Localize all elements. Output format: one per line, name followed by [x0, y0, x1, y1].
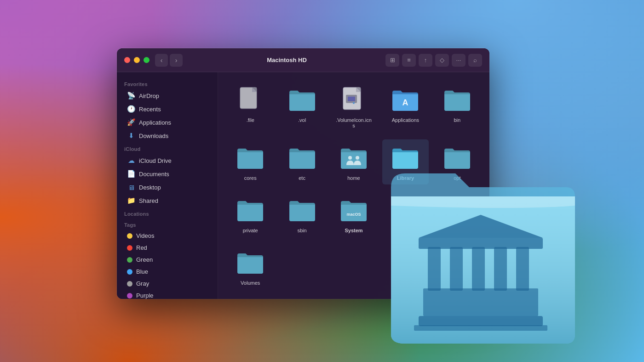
- sidebar-item-icloud-drive[interactable]: ☁ iCloud Drive: [120, 154, 215, 167]
- svg-rect-7: [348, 97, 355, 101]
- tag-button[interactable]: ◇: [435, 54, 449, 67]
- svg-rect-14: [423, 288, 538, 316]
- file-item-bin[interactable]: bin: [434, 81, 480, 132]
- file-item-etc[interactable]: etc: [279, 139, 325, 184]
- etc-icon: [288, 143, 317, 172]
- applications-folder-icon: A: [391, 85, 420, 115]
- minimize-button[interactable]: [134, 57, 140, 63]
- maximize-button[interactable]: [144, 57, 150, 63]
- purple-tag-dot: [127, 293, 132, 299]
- svg-point-10: [348, 156, 352, 160]
- sidebar-item-applications[interactable]: 🚀 Applications: [120, 116, 215, 129]
- volumes-icon: [236, 248, 265, 277]
- system-icon: macOS: [339, 195, 368, 225]
- dotfile-icon: [236, 85, 265, 115]
- recents-label: Recents: [139, 106, 161, 113]
- sidebar-item-downloads[interactable]: ⬇ Downloads: [120, 129, 215, 142]
- svg-text:macOS: macOS: [346, 212, 361, 217]
- favorites-label: Favorites: [117, 78, 218, 89]
- titlebar: ‹ › Macintosh HD ⊞ ≡ ↑ ◇ ··· ⌕: [117, 48, 489, 72]
- more-button[interactable]: ···: [452, 54, 466, 67]
- cores-label: cores: [244, 175, 257, 181]
- airdrop-icon: 📡: [127, 92, 135, 100]
- sidebar-item-documents[interactable]: 📄 Documents: [120, 167, 215, 180]
- svg-text:A: A: [402, 98, 408, 107]
- etc-label: etc: [299, 175, 305, 181]
- file-item-cores[interactable]: cores: [227, 139, 273, 184]
- sidebar-item-red[interactable]: Red: [120, 242, 215, 253]
- svg-rect-22: [414, 325, 547, 331]
- bin-label: bin: [454, 117, 460, 123]
- vol-icon: [288, 85, 317, 115]
- icloud-drive-label: iCloud Drive: [139, 157, 172, 164]
- file-item-dotfile[interactable]: .file: [227, 81, 273, 132]
- sidebar-item-green[interactable]: Green: [120, 254, 215, 265]
- purple-label: Purple: [136, 292, 154, 299]
- sidebar: Favorites 📡 AirDrop 🕐 Recents 🚀 Applicat…: [117, 72, 218, 299]
- svg-rect-13: [419, 316, 543, 326]
- svg-rect-17: [472, 247, 485, 291]
- file-item-private[interactable]: private: [227, 192, 273, 237]
- bin-icon: [443, 85, 472, 115]
- sidebar-item-shared[interactable]: 📁 Shared: [120, 194, 215, 207]
- file-item-volumeicon[interactable]: .VolumeIcon.icns: [331, 81, 377, 132]
- sbin-icon: [288, 195, 317, 225]
- svg-rect-15: [428, 247, 441, 291]
- videos-label: Videos: [136, 232, 155, 239]
- volumeicon-icon: [339, 85, 368, 115]
- sbin-label: sbin: [298, 228, 307, 233]
- svg-rect-18: [494, 247, 507, 291]
- locations-label: Locations: [117, 207, 218, 218]
- nav-buttons: ‹ ›: [155, 54, 183, 67]
- sidebar-item-airdrop[interactable]: 📡 AirDrop: [120, 89, 215, 102]
- share-button[interactable]: ↑: [419, 54, 432, 67]
- svg-rect-19: [516, 247, 529, 291]
- view-toggle-button[interactable]: ⊞: [385, 54, 399, 67]
- sidebar-item-purple[interactable]: Purple: [120, 290, 215, 299]
- sort-button[interactable]: ≡: [402, 54, 416, 67]
- recents-icon: 🕐: [127, 105, 135, 113]
- large-library-folder: [382, 150, 580, 348]
- sidebar-item-recents[interactable]: 🕐 Recents: [120, 103, 215, 115]
- blue-label: Blue: [136, 268, 148, 275]
- applications-folder-label: Applications: [392, 117, 419, 123]
- documents-icon: 📄: [127, 170, 135, 178]
- file-item-volumes[interactable]: Volumes: [227, 244, 273, 289]
- search-button[interactable]: ⌕: [468, 54, 482, 67]
- private-icon: [236, 195, 265, 225]
- forward-button[interactable]: ›: [170, 54, 183, 67]
- back-button[interactable]: ‹: [155, 54, 168, 67]
- traffic-lights: [124, 57, 150, 63]
- file-item-system[interactable]: macOS System: [331, 192, 377, 237]
- close-button[interactable]: [124, 57, 130, 63]
- green-label: Green: [136, 256, 153, 263]
- file-item-home[interactable]: home: [331, 139, 377, 184]
- file-item-sbin[interactable]: sbin: [279, 192, 325, 237]
- svg-point-8: [353, 102, 355, 104]
- gray-tag-dot: [127, 281, 132, 287]
- sidebar-item-desktop[interactable]: 🖥 Desktop: [120, 181, 215, 194]
- sidebar-item-videos[interactable]: Videos: [120, 230, 215, 241]
- airdrop-label: AirDrop: [139, 92, 159, 99]
- videos-tag-dot: [127, 233, 132, 239]
- shared-label: Shared: [139, 197, 158, 204]
- icloud-drive-icon: ☁: [127, 156, 135, 165]
- red-tag-dot: [127, 245, 132, 251]
- sidebar-item-gray[interactable]: Gray: [120, 278, 215, 289]
- desktop-icon: 🖥: [127, 183, 135, 191]
- sidebar-item-blue[interactable]: Blue: [120, 266, 215, 277]
- desktop-label: Desktop: [139, 184, 161, 191]
- green-tag-dot: [127, 257, 132, 263]
- tags-label: Tags: [117, 218, 218, 230]
- downloads-label: Downloads: [139, 132, 168, 139]
- svg-point-11: [356, 156, 359, 160]
- documents-label: Documents: [139, 171, 169, 178]
- cores-icon: [236, 143, 265, 172]
- svg-rect-16: [450, 247, 463, 291]
- titlebar-actions: ⊞ ≡ ↑ ◇ ··· ⌕: [385, 54, 482, 67]
- file-item-applications[interactable]: A Applications: [382, 81, 428, 132]
- applications-icon: 🚀: [127, 118, 135, 126]
- file-item-vol[interactable]: .vol: [279, 81, 325, 132]
- home-label: home: [347, 175, 360, 181]
- home-icon: [339, 143, 368, 172]
